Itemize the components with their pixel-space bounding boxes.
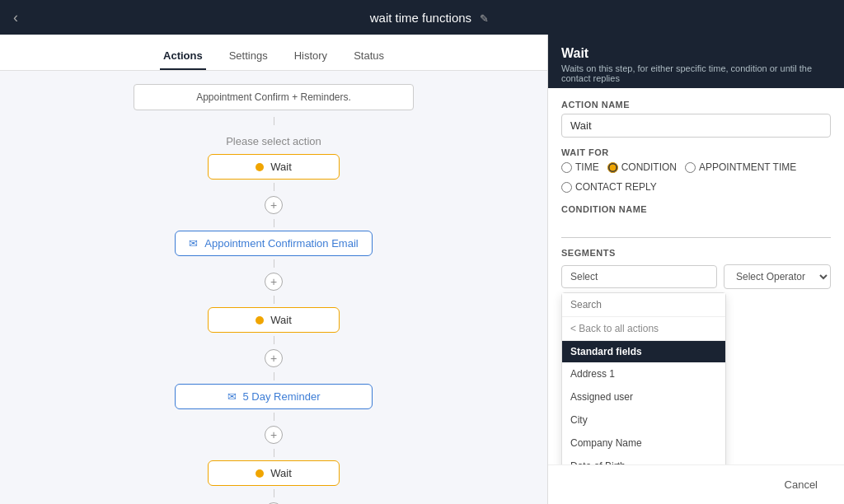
dropdown-search-input[interactable] [562, 293, 725, 317]
radio-time-input[interactable] [561, 162, 572, 173]
email-node-1[interactable]: ✉ Appointment Confirmation Email [175, 231, 373, 256]
dropdown-item-address1[interactable]: Address 1 [562, 362, 725, 385]
tab-status[interactable]: Status [350, 43, 387, 70]
add-node-2[interactable]: + [265, 273, 283, 291]
segments-label: SEGMENTS [561, 248, 831, 258]
flow-label: Appointment Confirm + Reminders. [134, 84, 414, 110]
wait-label-1: Wait [270, 161, 292, 173]
panel-title: Wait [561, 46, 831, 61]
page-title: wait time functions ✎ [28, 11, 831, 25]
add-node-3[interactable]: + [265, 349, 283, 367]
radio-time[interactable]: TIME [561, 161, 599, 173]
dropdown-section-header: Standard fields [562, 341, 725, 362]
main-layout: Actions Settings History Status Appointm… [0, 35, 844, 504]
wait-node-1[interactable]: Wait [208, 154, 340, 180]
wait-node-3[interactable]: Wait [208, 460, 340, 486]
connector-line-2 [274, 183, 274, 191]
edit-title-icon[interactable]: ✎ [480, 12, 489, 25]
operator-select[interactable]: Select Operator [724, 264, 831, 289]
connector-line-10 [274, 489, 274, 497]
connector-line-9 [274, 449, 274, 457]
email-label-1: Appointment Confirmation Email [204, 237, 358, 250]
cancel-button[interactable]: Cancel [771, 474, 831, 496]
panel-subtitle: Waits on this step, for either specific … [561, 63, 831, 83]
panel-footer: Cancel [548, 464, 844, 504]
radio-contact-reply[interactable]: CONTACT REPLY [561, 181, 657, 193]
top-bar: ‹ wait time functions ✎ [0, 0, 844, 35]
radio-reply-label: CONTACT REPLY [575, 181, 657, 193]
wait-dot-1 [256, 163, 264, 171]
radio-appointment-time[interactable]: APPOINTMENT TIME [685, 161, 796, 173]
canvas-area: Actions Settings History Status Appointm… [0, 35, 547, 504]
right-panel: Wait Waits on this step, for either spec… [547, 35, 844, 504]
add-node-1[interactable]: + [265, 196, 283, 214]
email-node-2[interactable]: ✉ 5 Day Reminder [175, 384, 373, 409]
connector-line-8 [274, 413, 274, 421]
condition-name-label: CONDITION NAME [561, 204, 831, 214]
panel-body: ACTION NAME WAIT FOR TIME CONDITION APPO… [548, 88, 844, 464]
radio-condition-label: CONDITION [621, 161, 677, 173]
action-name-input[interactable] [561, 114, 831, 138]
wait-dot-2 [256, 316, 264, 324]
email-icon-1: ✉ [189, 237, 198, 250]
email-label-2: 5 Day Reminder [243, 390, 321, 403]
radio-time-label: TIME [575, 161, 599, 173]
wait-label-2: Wait [270, 314, 292, 326]
tab-settings[interactable]: Settings [226, 43, 271, 70]
connector-line-5 [274, 296, 274, 304]
flow-canvas: Appointment Confirm + Reminders. Please … [0, 71, 547, 504]
tab-actions[interactable]: Actions [160, 43, 206, 70]
wait-for-options: TIME CONDITION APPOINTMENT TIME CONTACT … [561, 161, 831, 193]
dropdown-item-company-name[interactable]: Company Name [562, 432, 725, 455]
connector-line [274, 117, 274, 125]
connector-line-7 [274, 372, 274, 380]
email-icon-2: ✉ [227, 390, 237, 403]
radio-condition[interactable]: CONDITION [607, 161, 677, 173]
radio-reply-input[interactable] [561, 182, 572, 193]
condition-name-input[interactable] [561, 218, 831, 238]
tab-history[interactable]: History [291, 43, 331, 70]
connector-line-3 [274, 219, 274, 227]
dropdown-item-city[interactable]: City [562, 408, 725, 432]
dropdown-item-assigned-user[interactable]: Assigned user [562, 385, 725, 408]
panel-header: Wait Waits on this step, for either spec… [548, 35, 844, 88]
dob-arrow-icon: ▼ [709, 462, 717, 465]
wait-node-2[interactable]: Wait [208, 307, 340, 333]
add-node-4[interactable]: + [265, 426, 283, 444]
wait-dot-3 [256, 469, 264, 478]
wait-for-label: WAIT FOR [561, 147, 831, 157]
radio-appointment-input[interactable] [685, 162, 696, 173]
segments-row: Select Select Operator < Back to all act… [561, 264, 831, 289]
connector-line-4 [274, 259, 274, 268]
radio-condition-input[interactable] [607, 162, 618, 173]
segment-dropdown: < Back to all actions Standard fields Ad… [561, 292, 726, 464]
connector-line-6 [274, 336, 274, 344]
wait-label-3: Wait [270, 467, 292, 479]
please-select-label: Please select action [226, 135, 321, 147]
back-button[interactable]: ‹ [13, 9, 18, 26]
dropdown-back-link[interactable]: < Back to all actions [562, 317, 725, 341]
segment-select[interactable]: Select [561, 265, 717, 288]
action-name-label: ACTION NAME [561, 100, 831, 110]
dropdown-item-dob[interactable]: Date of Birth ▼ [562, 455, 725, 464]
tabs-bar: Actions Settings History Status [0, 35, 547, 71]
radio-appointment-label: APPOINTMENT TIME [699, 161, 796, 173]
